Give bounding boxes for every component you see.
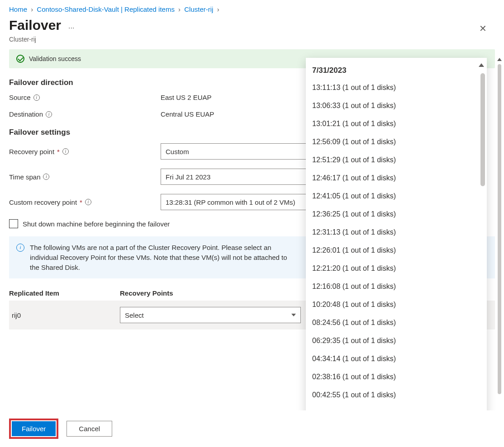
- recovery-point-option[interactable]: 13:01:21 (1 out of 1 disks): [306, 115, 487, 133]
- source-value: East US 2 EUAP: [161, 94, 212, 101]
- chevron-down-icon: [291, 314, 296, 316]
- recovery-point-flyout: 7/31/202313:11:13 (1 out of 1 disks)13:0…: [306, 58, 487, 428]
- info-icon[interactable]: i: [62, 148, 69, 155]
- recovery-point-option[interactable]: 02:38:16 (1 out of 1 disks): [306, 368, 487, 386]
- flyout-date-header: 7/31/2023: [306, 58, 487, 79]
- col-replicated-item: Replicated Item: [9, 289, 120, 297]
- breadcrumb-sep: ›: [31, 5, 33, 13]
- recovery-point-dropdown[interactable]: Custom: [161, 143, 323, 160]
- info-icon[interactable]: i: [33, 94, 40, 101]
- page-title: Failover: [9, 18, 61, 33]
- recovery-point-option[interactable]: 12:16:08 (1 out of 1 disks): [306, 278, 487, 296]
- breadcrumb-cluster[interactable]: Cluster-rij: [184, 5, 213, 13]
- recovery-point-option[interactable]: 13:06:33 (1 out of 1 disks): [306, 97, 487, 115]
- close-icon[interactable]: ✕: [475, 21, 490, 36]
- recovery-point-option[interactable]: 12:41:05 (1 out of 1 disks): [306, 187, 487, 205]
- breadcrumb-home[interactable]: Home: [9, 5, 27, 13]
- breadcrumb-vault[interactable]: Contoso-Shared-Disk-Vault | Replicated i…: [37, 5, 175, 13]
- custom-recovery-point-label: Custom recovery point * i: [9, 198, 161, 206]
- info-icon[interactable]: i: [85, 199, 91, 205]
- validation-text: Validation success: [29, 55, 81, 62]
- breadcrumb: Home › Contoso-Shared-Disk-Vault | Repli…: [0, 0, 504, 16]
- recovery-point-option[interactable]: 12:36:25 (1 out of 1 disks): [306, 205, 487, 223]
- custom-recovery-point-dropdown[interactable]: 13:28:31 (RP common with 1 out of 2 VMs): [161, 194, 323, 210]
- time-span-label: Time span i: [9, 173, 161, 181]
- page-subtitle: Cluster-rij: [0, 36, 504, 49]
- failover-button-highlight: Failover: [9, 419, 58, 439]
- recovery-point-option[interactable]: 04:34:14 (1 out of 1 disks): [306, 350, 487, 368]
- recovery-point-option[interactable]: 12:26:01 (1 out of 1 disks): [306, 241, 487, 259]
- page-scrollbar[interactable]: [497, 58, 502, 420]
- col-recovery-points: Recovery Points: [120, 289, 173, 297]
- recovery-point-select[interactable]: Select: [120, 307, 301, 323]
- success-icon: [16, 55, 24, 63]
- scroll-up-icon[interactable]: [497, 58, 502, 61]
- source-label: Source i: [9, 94, 161, 101]
- info-panel-text: The following VMs are not a part of the …: [30, 243, 292, 272]
- more-actions-icon[interactable]: ···: [68, 24, 74, 32]
- breadcrumb-sep: ›: [217, 5, 219, 13]
- recovery-point-option[interactable]: 00:42:55 (1 out of 1 disks): [306, 386, 487, 404]
- recovery-point-option[interactable]: 12:56:09 (1 out of 1 disks): [306, 133, 487, 151]
- failover-button[interactable]: Failover: [12, 421, 56, 436]
- recovery-point-option[interactable]: 12:51:29 (1 out of 1 disks): [306, 151, 487, 169]
- recovery-point-label: Recovery point * i: [9, 148, 161, 155]
- recovery-point-option[interactable]: 12:46:17 (1 out of 1 disks): [306, 169, 487, 187]
- info-icon[interactable]: i: [43, 174, 49, 180]
- recovery-point-option[interactable]: 10:20:48 (1 out of 1 disks): [306, 296, 487, 314]
- recovery-point-option[interactable]: 08:24:56 (1 out of 1 disks): [306, 314, 487, 332]
- info-icon[interactable]: i: [46, 111, 52, 118]
- replicated-item-name: rij0: [9, 311, 120, 319]
- recovery-point-option[interactable]: 13:11:13 (1 out of 1 disks): [306, 79, 487, 97]
- scrollbar-thumb[interactable]: [498, 64, 501, 394]
- destination-label: Destination i: [9, 110, 161, 118]
- destination-value: Central US EUAP: [161, 110, 214, 118]
- recovery-point-option[interactable]: 12:21:20 (1 out of 1 disks): [306, 259, 487, 278]
- recovery-point-option[interactable]: 06:29:35 (1 out of 1 disks): [306, 332, 487, 350]
- recovery-point-option[interactable]: 12:31:13 (1 out of 1 disks): [306, 223, 487, 241]
- shutdown-label: Shut down machine before beginning the f…: [23, 220, 170, 228]
- shutdown-checkbox[interactable]: [9, 219, 18, 228]
- footer-actions: Failover Cancel: [0, 410, 504, 447]
- time-span-datepicker[interactable]: Fri Jul 21 2023: [161, 169, 323, 185]
- info-icon: i: [16, 244, 24, 252]
- breadcrumb-sep: ›: [178, 5, 181, 13]
- cancel-button[interactable]: Cancel: [67, 421, 112, 437]
